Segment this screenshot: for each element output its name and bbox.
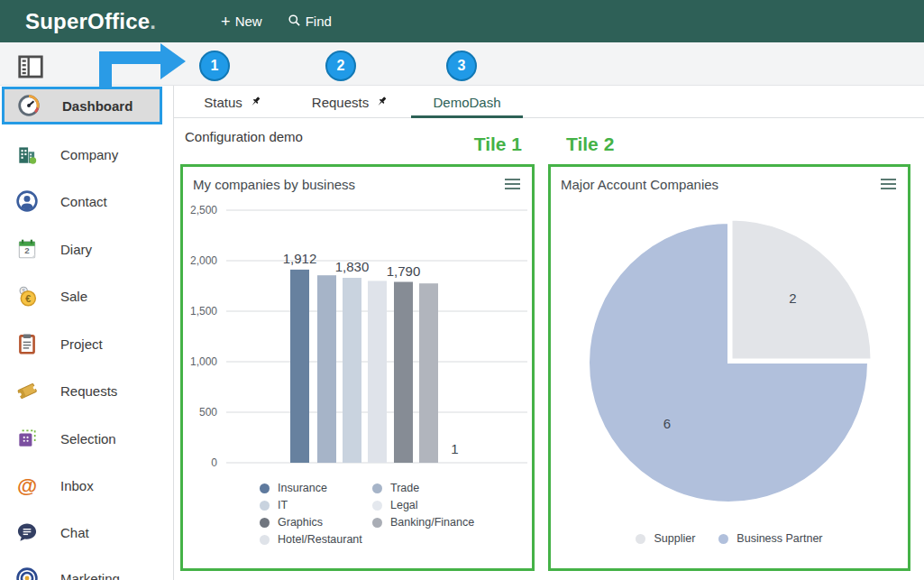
- calendar-icon: 2: [15, 237, 39, 261]
- bar-chart-title: My companies by business: [193, 177, 355, 192]
- sidebar-nav: DashboardCompanyContact2Diary$€SaleProje…: [0, 86, 174, 580]
- svg-text:2,500: 2,500: [190, 204, 217, 216]
- sidebar-item-label: Contact: [60, 194, 107, 209]
- logo-dot: .: [150, 9, 156, 33]
- legend-dot: [260, 518, 270, 528]
- sidebar-item-label: Dashboard: [62, 98, 133, 114]
- legend-label: IT: [278, 499, 288, 511]
- find-button[interactable]: Find: [288, 14, 332, 30]
- legend-label: Trade: [390, 482, 419, 494]
- person-icon: [15, 189, 39, 213]
- svg-text:2: 2: [24, 245, 30, 255]
- sidebar-item-label: Project: [60, 336, 103, 352]
- svg-text:6: 6: [663, 416, 671, 431]
- pie-chart: 26: [551, 201, 908, 528]
- svg-text:2: 2: [789, 290, 796, 306]
- legend-item-it: IT: [260, 499, 288, 511]
- legend-label: Business Partner: [736, 532, 822, 545]
- legend-dot: [372, 501, 382, 511]
- legend-label: Graphics: [278, 516, 323, 529]
- svg-text:@: @: [17, 474, 37, 497]
- tab-requests[interactable]: Requests: [291, 86, 408, 118]
- bar-chart: 2,5002,0001,5001,00050001,9121,8301,7901: [183, 201, 532, 472]
- svg-text:0: 0: [211, 456, 217, 469]
- sidebar-item-sale[interactable]: $€Sale: [0, 278, 174, 314]
- sidebar-item-selection[interactable]: Selection: [0, 420, 174, 456]
- pie-chart-legend: SupplierBusiness Partner: [551, 532, 908, 545]
- sidebar-item-requests[interactable]: Requests: [0, 373, 174, 409]
- sidebar-item-label: Requests: [60, 383, 117, 399]
- tile-pie-chart: Major Account Companies 26 SupplierBusin…: [548, 164, 910, 571]
- hamburger-menu-icon[interactable]: [881, 179, 896, 192]
- building-icon: [15, 143, 39, 166]
- svg-text:1,912: 1,912: [283, 251, 317, 266]
- svg-text:1,500: 1,500: [190, 305, 217, 318]
- legend-label: Banking/Finance: [390, 516, 474, 529]
- legend-item-graphics: Graphics: [260, 516, 323, 529]
- sidebar-item-dashboard[interactable]: Dashboard: [2, 87, 162, 124]
- selection-icon: [15, 427, 39, 450]
- sidebar-item-label: Company: [60, 147, 118, 162]
- sidebar-toggle-button[interactable]: [18, 54, 43, 79]
- clipboard-icon: [15, 332, 39, 355]
- sidebar-item-marketing[interactable]: Marketing: [0, 560, 174, 580]
- legend-dot: [636, 534, 645, 544]
- legend-item-business-partner: Business Partner: [718, 532, 822, 545]
- new-button-label: New: [235, 14, 262, 29]
- legend-dot: [260, 483, 270, 493]
- superoffice-logo: SuperOffice.: [25, 9, 156, 34]
- legend-item-trade: Trade: [372, 482, 419, 494]
- new-button[interactable]: + New: [221, 14, 262, 29]
- sidebar-item-label: Marketing: [60, 571, 120, 580]
- svg-text:1,830: 1,830: [335, 259, 370, 274]
- legend-item-hotel-restaurant: Hotel/Restaurant: [260, 533, 362, 546]
- tab-demodash[interactable]: DemoDash: [408, 86, 526, 118]
- tab-label: DemoDash: [433, 95, 500, 110]
- sidebar-item-label: Sale: [60, 289, 87, 304]
- sidebar-item-label: Inbox: [60, 478, 94, 493]
- pin-icon: [375, 96, 388, 108]
- annotation-badge-1: 1: [199, 51, 230, 81]
- svg-text:1,790: 1,790: [387, 263, 421, 279]
- legend-label: Supplier: [654, 532, 695, 545]
- legend-item-insurance: Insurance: [260, 482, 327, 494]
- legend-dot: [260, 501, 270, 511]
- legend-label: Insurance: [278, 482, 327, 494]
- tile2-annotation-label: Tile 2: [566, 133, 614, 155]
- sidebar-item-company[interactable]: Company: [0, 136, 174, 172]
- legend-dot: [372, 483, 382, 493]
- legend-label: Hotel/Restaurant: [278, 533, 362, 546]
- superoffice-app: SuperOffice. + New Find DashboardCompany…: [0, 0, 924, 580]
- legend-dot: [372, 518, 382, 528]
- tile-bar-chart: My companies by business 2,5002,0001,500…: [180, 164, 535, 571]
- annotation-badge-3: 3: [446, 51, 477, 81]
- svg-text:500: 500: [199, 406, 217, 419]
- svg-text:1: 1: [451, 441, 458, 456]
- dashboard-tabbar: StatusRequestsDemoDash: [174, 86, 924, 118]
- hamburger-menu-icon[interactable]: [505, 179, 520, 192]
- legend-dot: [718, 534, 728, 544]
- sidebar-item-label: Chat: [60, 525, 89, 540]
- legend-item-supplier: Supplier: [636, 532, 695, 545]
- tab-label: Requests: [312, 95, 369, 110]
- svg-text:€: €: [25, 293, 31, 304]
- sidebar-item-diary[interactable]: 2Diary: [0, 231, 174, 267]
- pin-icon: [249, 96, 261, 108]
- legend-item-banking-finance: Banking/Finance: [372, 516, 474, 529]
- plus-icon: +: [221, 15, 231, 28]
- target-icon: [15, 566, 39, 580]
- tile1-annotation-label: Tile 1: [180, 133, 535, 155]
- coin-icon: $€: [15, 284, 39, 308]
- sidebar-item-project[interactable]: Project: [0, 326, 174, 362]
- svg-text:1,000: 1,000: [190, 355, 217, 368]
- sidebar-item-contact[interactable]: Contact: [0, 183, 174, 219]
- legend-item-legal: Legal: [372, 499, 418, 511]
- sidebar-item-chat[interactable]: Chat: [0, 514, 174, 550]
- tab-status[interactable]: Status: [174, 86, 291, 118]
- gauge-icon: [17, 94, 41, 117]
- at-icon: @: [15, 474, 39, 497]
- sidebar-item-inbox[interactable]: @Inbox: [0, 467, 174, 503]
- search-icon: [288, 14, 301, 30]
- sidebar-item-label: Diary: [60, 242, 92, 257]
- legend-label: Legal: [390, 499, 418, 511]
